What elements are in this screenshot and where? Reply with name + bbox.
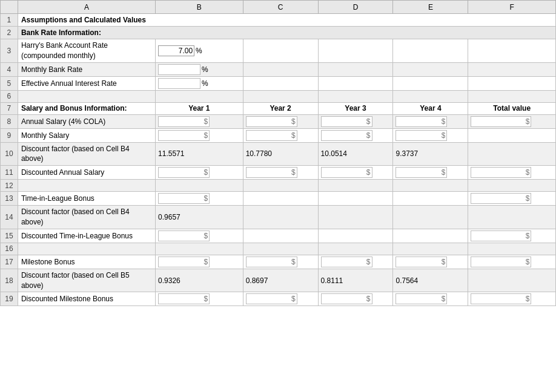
row-3-b[interactable]: % [156,39,243,63]
row-18-label: Discount factor (based on Cell B5above) [18,269,155,292]
row-19-e[interactable] [393,292,468,306]
annual-salary-y4[interactable] [395,116,447,127]
row-17-label: Milestone Bonus [18,255,155,269]
row-num-12: 12 [1,180,18,192]
row-8-d[interactable] [318,114,393,128]
row-3-c [243,39,318,63]
row-num-18: 18 [1,269,18,292]
til-bonus-y1[interactable] [158,193,210,204]
monthly-salary-y4[interactable] [395,130,447,141]
row-18-b: 0.9326 [156,269,243,292]
disc-til-bonus-total[interactable] [471,230,531,241]
annual-salary-total[interactable] [471,116,531,127]
annual-salary-y1[interactable] [158,116,210,127]
row-9-f [468,128,556,142]
row-16-d [318,243,393,255]
disc-annual-salary-y2[interactable] [246,167,297,178]
row-19-c[interactable] [243,292,318,306]
col-c-header: C [243,1,318,14]
row-19-b[interactable] [156,292,243,306]
spreadsheet: A B C D E F 1 Assumptions and Calculated… [0,0,556,306]
row-5-f [468,76,556,90]
milestone-bonus-y2[interactable] [246,256,297,267]
row-12-e [393,180,468,192]
row-15-label: Discounted Time-in-League Bonus [18,229,155,243]
disc-til-bonus-y1[interactable] [158,230,210,241]
annual-salary-y2[interactable] [246,116,297,127]
row-11-e[interactable] [393,166,468,180]
disc-milestone-bonus-y1[interactable] [158,293,210,304]
row-11-f[interactable] [468,166,556,180]
row-17-d[interactable] [318,255,393,269]
row-8-c[interactable] [243,114,318,128]
row-9-b[interactable] [156,128,243,142]
table-row: 2 Bank Rate Information: [1,27,556,39]
milestone-bonus-y1[interactable] [158,256,210,267]
row-14-b: 0.9657 [156,206,243,229]
row-15-f[interactable] [468,229,556,243]
row-3-d [318,39,393,63]
table-row: 14 Discount factor (based on Cell B4abov… [1,206,556,229]
row-15-b[interactable] [156,229,243,243]
row-num-4: 4 [1,62,18,76]
row-11-c[interactable] [243,166,318,180]
row-4-d [318,62,393,76]
milestone-bonus-y4[interactable] [395,256,447,267]
monthly-salary-y2[interactable] [246,130,297,141]
milestone-bonus-y3[interactable] [321,256,372,267]
row-5-b[interactable]: % [156,76,243,90]
row-17-f[interactable] [468,255,556,269]
row-11-d[interactable] [318,166,393,180]
row-8-f[interactable] [468,114,556,128]
table-row: 3 Harry's Bank Account Rate (compounded … [1,39,556,63]
row-19-label: Discounted Milestone Bonus [18,292,155,306]
row-12-c [243,180,318,192]
row-19-d[interactable] [318,292,393,306]
row-num-5: 5 [1,76,18,90]
bank-rate-input[interactable] [158,45,194,56]
monthly-salary-y3[interactable] [321,130,372,141]
row-num-3: 3 [1,39,18,63]
row-19-f[interactable] [468,292,556,306]
disc-milestone-bonus-total[interactable] [471,293,531,304]
disc-annual-salary-y3[interactable] [321,167,372,178]
row-17-b[interactable] [156,255,243,269]
row-4-b[interactable]: % [156,62,243,76]
row-17-e[interactable] [393,255,468,269]
row-8-b[interactable] [156,114,243,128]
annual-salary-y3[interactable] [321,116,372,127]
row-10-label: Discount factor (based on Cell B4above) [18,142,155,166]
row-num-6: 6 [1,90,18,102]
disc-milestone-bonus-y3[interactable] [321,293,372,304]
row-13-f[interactable] [468,192,556,206]
effective-rate-unit: % [202,79,208,88]
row-16-e [393,243,468,255]
monthly-salary-y1[interactable] [158,130,210,141]
row-6-b [156,90,243,102]
disc-annual-salary-y4[interactable] [395,167,447,178]
row-14-d [318,206,393,229]
row-12-a [18,180,155,192]
milestone-bonus-total[interactable] [471,256,531,267]
row-14-e [393,206,468,229]
disc-annual-salary-y1[interactable] [158,167,210,178]
monthly-bank-rate-input[interactable] [158,64,200,75]
row-num-10: 10 [1,142,18,166]
row-14-f [468,206,556,229]
effective-annual-rate-input[interactable] [158,78,200,89]
row-17-c[interactable] [243,255,318,269]
row-13-b[interactable] [156,192,243,206]
disc-annual-salary-total[interactable] [471,167,531,178]
row-10-e: 9.3737 [393,142,468,166]
table-row: 16 [1,243,556,255]
disc-milestone-bonus-y4[interactable] [395,293,447,304]
row-9-e[interactable] [393,128,468,142]
row-9-d[interactable] [318,128,393,142]
disc-milestone-bonus-y2[interactable] [246,293,297,304]
til-bonus-total[interactable] [471,193,531,204]
row-11-b[interactable] [156,166,243,180]
row-9-c[interactable] [243,128,318,142]
row-num-11: 11 [1,166,18,180]
row-3-e [393,39,468,63]
row-8-e[interactable] [393,114,468,128]
